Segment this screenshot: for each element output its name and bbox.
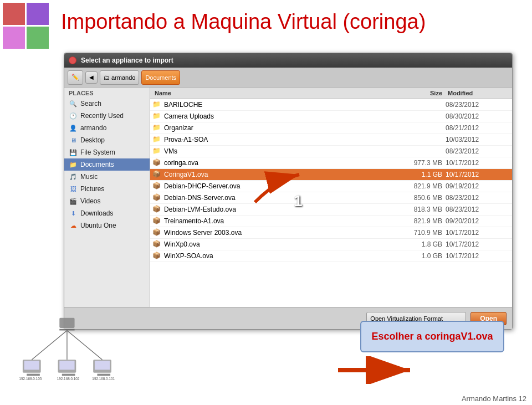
ova-icon: 📦 xyxy=(152,193,161,202)
toolbar-icon-btn[interactable]: ✏️ xyxy=(68,70,83,85)
file-area: Name Size Modified 📁 BARILOCHE 08/23/201… xyxy=(150,88,512,329)
sidebar-item-documents[interactable]: 📁 Documents xyxy=(64,158,150,171)
file-row[interactable]: 📁 Prova-A1-SOA 10/03/2012 xyxy=(150,134,512,146)
folder-icon: 📁 xyxy=(152,124,161,132)
ova-icon: 📦 xyxy=(152,182,161,191)
videos-icon: 🎬 xyxy=(69,197,78,206)
file-date: 10/17/2012 xyxy=(446,159,501,167)
file-row[interactable]: 📁 Organizar 08/21/2012 xyxy=(150,122,512,134)
file-size: 1.8 GB xyxy=(396,240,446,248)
svg-text:192.168.0.102: 192.168.0.102 xyxy=(57,377,80,381)
file-row[interactable]: 📦 Treinamento-A1.ova 821.9 MB 09/20/2012 xyxy=(150,216,512,227)
ova-icon: 📦 xyxy=(152,240,161,249)
file-size: 818.3 MB xyxy=(396,206,446,213)
file-row-selected[interactable]: 📦 CoringaV1.ova 1.1 GB 10/17/2012 xyxy=(150,169,512,181)
user-icon: 👤 xyxy=(69,124,78,132)
file-name: 📦 Windows Server 2003.ova xyxy=(152,228,396,237)
svg-rect-6 xyxy=(59,329,74,331)
file-date: 10/17/2012 xyxy=(446,240,501,248)
file-row[interactable]: 📦 coringa.ova 977.3 MB 10/17/2012 xyxy=(150,157,512,169)
svg-rect-17 xyxy=(95,361,110,370)
file-row[interactable]: 📁 Camera Uploads 08/30/2012 xyxy=(150,111,512,122)
bg-decoration xyxy=(0,0,66,66)
sidebar-item-recently-used[interactable]: 🕐 Recently Used xyxy=(64,110,150,122)
sidebar-item-music[interactable]: 🎵 Music xyxy=(64,171,150,183)
folder-icon: 📁 xyxy=(152,100,161,109)
file-date: 10/17/2012 xyxy=(446,252,501,260)
dialog-titlebar: Select an appliance to import xyxy=(64,53,512,68)
callout-text: Escolher a coringaV1.ova xyxy=(371,331,493,342)
filesystem-icon: 💾 xyxy=(69,148,78,157)
col-modified: Modified xyxy=(446,89,501,98)
ova-icon: 📦 xyxy=(152,170,161,179)
col-name: Name xyxy=(152,89,396,98)
sidebar-item-pictures[interactable]: 🖼 Pictures xyxy=(64,183,150,195)
file-row[interactable]: 📦 Debian-DNS-Server.ova 850.6 MB 08/23/2… xyxy=(150,192,512,204)
folder-icon: 📁 xyxy=(152,135,161,144)
svg-rect-12 xyxy=(27,374,40,376)
col-scroll xyxy=(501,89,510,98)
file-size: 821.9 MB xyxy=(396,217,446,225)
sidebar-item-ubuntu-one[interactable]: ☁ Ubuntu One xyxy=(64,219,150,232)
sidebar-item-filesystem[interactable]: 💾 File System xyxy=(64,146,150,158)
sidebar-label-ubuntu: Ubuntu One xyxy=(80,222,116,229)
recent-icon: 🕐 xyxy=(69,111,78,120)
file-row[interactable]: 📦 Debian-LVM-Estudo.ova 818.3 MB 08/23/2… xyxy=(150,204,512,216)
sidebar-label-downloads: Downloads xyxy=(80,209,113,217)
dialog-title-text: Select an appliance to import xyxy=(81,57,173,64)
sidebar-item-desktop[interactable]: 🖥 Desktop xyxy=(64,134,150,146)
close-button[interactable] xyxy=(69,57,76,64)
edit-icon: ✏️ xyxy=(71,74,79,81)
file-name: 📁 BARILOCHE xyxy=(152,100,396,109)
sidebar-item-search[interactable]: 🔍 Search xyxy=(64,98,150,110)
file-row[interactable]: 📦 Debian-DHCP-Server.ova 821.9 MB 09/19/… xyxy=(150,181,512,192)
sidebar-item-videos[interactable]: 🎬 Videos xyxy=(64,195,150,207)
footer-text: Armando Martins 12 xyxy=(462,394,526,403)
file-date: 10/17/2012 xyxy=(446,171,501,178)
sidebar-item-armando[interactable]: 👤 armando xyxy=(64,122,150,134)
file-date: 09/19/2012 xyxy=(446,182,501,190)
documents-btn[interactable]: Documents xyxy=(141,70,180,85)
file-name: 📁 Camera Uploads xyxy=(152,112,396,121)
file-date: 08/30/2012 xyxy=(446,112,501,120)
ova-icon: 📦 xyxy=(152,205,161,214)
file-row[interactable]: 📦 WinXP-SOA.ova 1.0 GB 10/17/2012 xyxy=(150,250,512,262)
title-main: Importando a Maquina Virtual xyxy=(61,10,342,33)
file-date: 08/23/2012 xyxy=(446,206,501,213)
file-size: 710.9 MB xyxy=(396,229,446,237)
back-button[interactable]: ◀ xyxy=(85,71,98,84)
sidebar-label-search: Search xyxy=(80,100,101,107)
docs-icon: 📁 xyxy=(69,160,78,169)
pictures-icon: 🖼 xyxy=(69,184,78,193)
search-icon: 🔍 xyxy=(69,99,78,108)
svg-rect-15 xyxy=(62,374,75,376)
callout-box: Escolher a coringaV1.ova xyxy=(360,321,504,352)
armando-btn[interactable]: 🗂 armando xyxy=(100,70,139,85)
svg-line-7 xyxy=(32,330,67,360)
svg-line-9 xyxy=(67,330,103,360)
sidebar-item-downloads[interactable]: ⬇ Downloads xyxy=(64,207,150,219)
svg-rect-14 xyxy=(59,361,74,370)
file-row[interactable]: 📦 WinXp0.ova 1.8 GB 10/17/2012 xyxy=(150,239,512,250)
file-size: 1.0 GB xyxy=(396,252,446,260)
ubuntu-icon: ☁ xyxy=(69,221,78,230)
file-size: 977.3 MB xyxy=(396,159,446,167)
ova-icon: 📦 xyxy=(152,228,161,237)
page-title: Importando a Maquina Virtual (coringa) xyxy=(61,10,532,34)
file-row[interactable]: 📦 Windows Server 2003.ova 710.9 MB 10/17… xyxy=(150,227,512,239)
file-row[interactable]: 📁 VMs 08/23/2012 xyxy=(150,146,512,157)
svg-rect-1 xyxy=(27,3,49,25)
sidebar-label-music: Music xyxy=(80,173,98,181)
title-area: Importando a Maquina Virtual (coringa) xyxy=(61,10,532,34)
folder-icon: 📁 xyxy=(152,147,161,156)
file-name: 📦 Treinamento-A1.ova xyxy=(152,217,396,225)
file-row[interactable]: 📁 BARILOCHE 08/23/2012 xyxy=(150,99,512,111)
ova-icon: 📦 xyxy=(152,217,161,225)
sidebar-label-fs: File System xyxy=(80,148,115,156)
file-list-header: Name Size Modified xyxy=(150,88,512,99)
ova-icon: 📦 xyxy=(152,252,161,260)
sidebar-label-desktop: Desktop xyxy=(80,136,105,144)
file-size: 1.1 GB xyxy=(396,171,446,178)
file-name: 📁 Prova-A1-SOA xyxy=(152,135,396,144)
arrow-2 xyxy=(332,356,421,384)
